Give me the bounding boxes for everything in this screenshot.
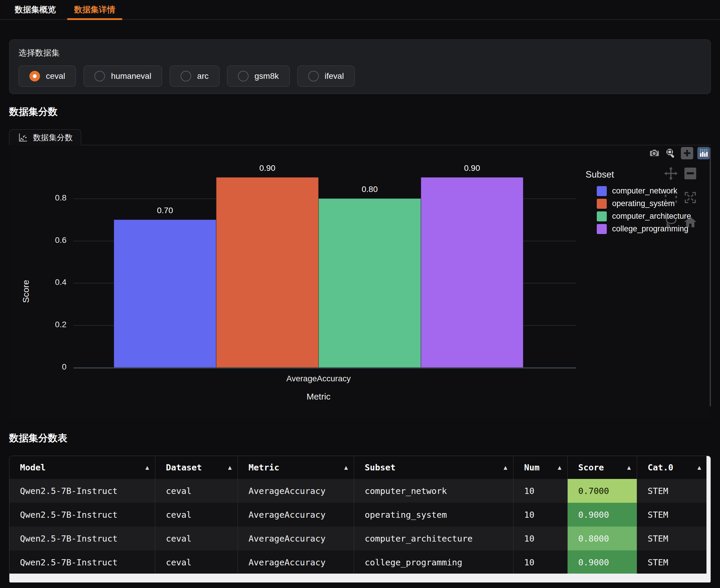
x-axis-title: Metric xyxy=(114,392,523,402)
column-header-label: Dataset xyxy=(166,462,202,472)
x-axis-line xyxy=(74,368,576,369)
y-tick-label: 0.8 xyxy=(31,193,66,203)
bar-value-label: 0.80 xyxy=(318,185,421,194)
zoom-out-icon[interactable] xyxy=(683,166,697,181)
model-cell: Qwen2.5-7B-Instruct xyxy=(9,527,155,550)
dataset-radio-group: cevalhumanevalarcgsm8kifeval xyxy=(19,66,355,87)
plot-tab[interactable]: 数据集分数 xyxy=(9,129,81,145)
radio-option-arc[interactable]: arc xyxy=(170,66,220,87)
table-section-title: 数据集分数表 xyxy=(9,432,67,445)
column-header-label: Subset xyxy=(365,462,396,472)
column-header-subset[interactable]: Subset▲ xyxy=(354,456,513,479)
radio-unselected-icon xyxy=(308,71,319,81)
column-header-label: Score xyxy=(578,462,604,472)
dataset-cell: ceval xyxy=(155,503,238,527)
tab-dataset-details[interactable]: 数据集详情 xyxy=(66,0,123,19)
column-header-label: Cat.0 xyxy=(647,462,673,472)
subset-cell: computer_architecture xyxy=(354,527,513,550)
metric-cell: AverageAccuracy xyxy=(238,527,354,550)
bar-computer_architecture[interactable] xyxy=(318,198,421,368)
bar-computer_network[interactable] xyxy=(114,219,216,368)
category-cell: STEM xyxy=(637,503,707,527)
radio-option-label: gsm8k xyxy=(254,71,279,81)
radio-option-humaneval[interactable]: humaneval xyxy=(84,66,162,87)
dataset-cell: ceval xyxy=(155,527,238,550)
tab-dataset-overview[interactable]: 数据集概览 xyxy=(7,0,64,19)
subset-cell: college_programming xyxy=(354,550,513,574)
radio-option-label: ifeval xyxy=(325,71,344,81)
sort-arrow-icon[interactable]: ▲ xyxy=(503,464,507,471)
radio-option-label: ceval xyxy=(46,71,65,81)
dataset-cell: ceval xyxy=(155,479,238,503)
model-cell: Qwen2.5-7B-Instruct xyxy=(9,479,155,503)
column-header-dataset[interactable]: Dataset▲ xyxy=(155,456,238,479)
radio-unselected-icon xyxy=(95,71,105,81)
radio-selected-icon xyxy=(29,71,40,81)
y-axis-title: Score xyxy=(21,280,31,303)
table-vertical-scrollbar[interactable] xyxy=(706,456,711,574)
column-header-model[interactable]: Model▲ xyxy=(9,456,155,479)
autoscale-icon[interactable] xyxy=(683,190,697,205)
table-row: Qwen2.5-7B-InstructcevalAverageAccuracyc… xyxy=(9,550,706,574)
bar-value-label: 0.70 xyxy=(114,206,216,215)
lasso-select-icon[interactable] xyxy=(664,215,678,229)
model-cell: Qwen2.5-7B-Instruct xyxy=(9,503,155,527)
column-header-score[interactable]: Score▲ xyxy=(567,456,637,479)
score-cell: 0.7000 xyxy=(567,479,637,503)
radio-unselected-icon xyxy=(181,71,191,81)
legend-swatch xyxy=(597,211,607,222)
sort-arrow-icon[interactable]: ▲ xyxy=(697,464,701,471)
scatter-plot-icon xyxy=(18,132,28,143)
table-horizontal-scrollbar[interactable] xyxy=(9,573,711,583)
legend-swatch xyxy=(597,199,607,209)
pan-icon[interactable] xyxy=(664,166,678,181)
chart-card: 数据集分数 xyxy=(9,129,711,418)
plot-scroll-gutter[interactable] xyxy=(710,148,711,406)
score-cell: 0.9000 xyxy=(567,550,637,574)
column-header-label: Metric xyxy=(249,462,280,472)
score-table: Model▲Dataset▲Metric▲Subset▲Num▲Score▲Ca… xyxy=(9,456,711,583)
sort-arrow-icon[interactable]: ▲ xyxy=(558,464,561,471)
zoom-in-icon[interactable] xyxy=(681,147,693,159)
num-cell: 10 xyxy=(513,527,567,550)
sort-arrow-icon[interactable]: ▲ xyxy=(344,464,348,471)
radio-option-ifeval[interactable]: ifeval xyxy=(297,66,355,87)
zoom-icon[interactable] xyxy=(664,147,677,159)
sort-arrow-icon[interactable]: ▲ xyxy=(228,464,232,471)
sort-arrow-icon[interactable]: ▲ xyxy=(145,464,149,471)
column-header-num[interactable]: Num▲ xyxy=(513,456,567,479)
camera-icon[interactable] xyxy=(648,147,660,159)
chart-settings-icon[interactable] xyxy=(697,147,710,159)
num-cell: 10 xyxy=(513,550,567,574)
radio-unselected-icon xyxy=(238,71,249,81)
bar-college_programming[interactable] xyxy=(421,177,523,368)
category-cell: STEM xyxy=(637,527,707,550)
score-cell: 0.8000 xyxy=(567,527,637,550)
column-header-metric[interactable]: Metric▲ xyxy=(238,456,354,479)
plot-tool-overlay xyxy=(664,166,699,239)
sort-arrow-icon[interactable]: ▲ xyxy=(627,464,631,471)
y-tick-label: 0.6 xyxy=(31,235,66,245)
legend-swatch xyxy=(597,224,607,234)
chart-section-title: 数据集分数 xyxy=(9,105,58,119)
radio-option-ceval[interactable]: ceval xyxy=(19,66,76,87)
legend-swatch xyxy=(597,186,607,196)
radio-option-gsm8k[interactable]: gsm8k xyxy=(227,66,289,87)
metric-cell: AverageAccuracy xyxy=(238,550,354,574)
y-tick-label: 0.2 xyxy=(31,320,66,329)
dataset-cell: ceval xyxy=(155,550,238,574)
column-header-cat-0[interactable]: Cat.0▲ xyxy=(637,456,707,479)
plot-tab-label: 数据集分数 xyxy=(33,132,73,143)
bar-value-label: 0.90 xyxy=(421,164,523,173)
box-select-icon[interactable] xyxy=(664,190,678,205)
bar-operating_system[interactable] xyxy=(216,177,318,368)
model-cell: Qwen2.5-7B-Instruct xyxy=(9,550,155,574)
radio-option-label: humaneval xyxy=(111,71,151,81)
category-cell: STEM xyxy=(637,479,707,503)
dataset-selector-panel: 选择数据集 cevalhumanevalarcgsm8kifeval xyxy=(9,39,711,94)
column-header-label: Model xyxy=(20,462,46,472)
reset-home-icon[interactable] xyxy=(683,215,697,229)
score-cell: 0.9000 xyxy=(567,503,637,527)
app-root: 数据集概览数据集详情 选择数据集 cevalhumanevalarcgsm8ki… xyxy=(0,0,720,588)
subset-cell: computer_network xyxy=(354,479,513,503)
